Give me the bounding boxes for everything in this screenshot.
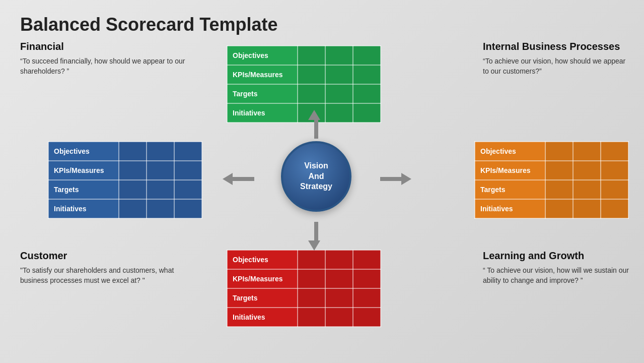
blue-objectives-cell1 xyxy=(119,142,147,161)
financial-quadrant-text: Financial “To succeed financially, how s… xyxy=(20,40,191,76)
internal-description: “To achieve our vision, how should we ap… xyxy=(483,56,629,76)
blue-targets-cell2 xyxy=(147,180,174,199)
green-objectives-cell2 xyxy=(325,46,353,65)
green-kpis-cell2 xyxy=(325,65,353,84)
blue-targets-label: Targets xyxy=(48,180,119,199)
learning-heading: Learning and Growth xyxy=(483,250,629,262)
customer-description: "To satisfy our shareholders and custome… xyxy=(20,266,191,285)
blue-initiatives-cell3 xyxy=(174,199,202,218)
orange-targets-cell2 xyxy=(573,180,601,199)
table-row: Initiatives xyxy=(48,199,202,218)
red-targets-cell1 xyxy=(298,288,325,308)
page-title: Balanced Scorecard Template xyxy=(0,0,644,40)
table-row: KPIs/Measures xyxy=(227,269,381,288)
green-objectives-cell1 xyxy=(298,46,325,65)
orange-kpis-label: KPIs/Measures xyxy=(475,161,545,180)
green-targets-label: Targets xyxy=(227,84,298,103)
table-row: Objectives xyxy=(475,142,628,161)
blue-objectives-label: Objectives xyxy=(48,142,119,161)
green-kpis-label: KPIs/Measures xyxy=(227,65,298,84)
red-initiatives-cell3 xyxy=(353,308,381,327)
orange-initiatives-cell2 xyxy=(573,199,601,218)
red-initiatives-cell1 xyxy=(298,308,325,327)
red-kpis-label: KPIs/Measures xyxy=(227,269,298,288)
green-initiatives-label: Initiatives xyxy=(227,103,298,123)
vision-circle: VisionAndStrategy xyxy=(281,141,351,212)
table-row: KPIs/Measures xyxy=(227,65,381,84)
red-objectives-label: Objectives xyxy=(227,250,298,269)
blue-objectives-cell2 xyxy=(147,142,174,161)
red-initiatives-label: Initiatives xyxy=(227,308,298,327)
red-kpis-cell1 xyxy=(298,269,325,288)
green-kpis-cell1 xyxy=(298,65,325,84)
orange-objectives-cell1 xyxy=(545,142,573,161)
red-table: Objectives KPIs/Measures Targets Initiat… xyxy=(227,250,381,327)
green-initiatives-cell3 xyxy=(353,103,381,123)
blue-kpis-cell2 xyxy=(147,161,174,180)
red-targets-cell3 xyxy=(353,288,381,308)
blue-table: Objectives KPIs/Measures Targets Initiat… xyxy=(48,141,202,219)
table-row: Initiatives xyxy=(227,308,381,327)
orange-kpis-cell3 xyxy=(601,161,628,180)
red-objectives-cell1 xyxy=(298,250,325,269)
orange-kpis-cell2 xyxy=(573,161,601,180)
arrow-up-shaft xyxy=(314,118,318,139)
arrow-down-head xyxy=(308,240,320,251)
table-row: Initiatives xyxy=(227,103,381,123)
orange-initiatives-cell1 xyxy=(545,199,573,218)
red-targets-label: Targets xyxy=(227,288,298,308)
red-objectives-cell3 xyxy=(353,250,381,269)
internal-quadrant-text: Internal Business Processes “To achieve … xyxy=(483,40,629,76)
red-targets-cell2 xyxy=(325,288,353,308)
orange-targets-cell3 xyxy=(601,180,628,199)
orange-initiatives-label: Initiatives xyxy=(475,199,545,218)
red-kpis-cell2 xyxy=(325,269,353,288)
main-content: Financial “To succeed financially, how s… xyxy=(0,40,644,363)
arrow-up-head xyxy=(308,110,320,120)
blue-kpis-cell1 xyxy=(119,161,147,180)
table-row: Targets xyxy=(227,288,381,308)
internal-heading: Internal Business Processes xyxy=(483,40,629,52)
orange-objectives-cell3 xyxy=(601,142,628,161)
arrow-right-head xyxy=(401,173,411,185)
table-row: Targets xyxy=(475,180,628,199)
table-row: Objectives xyxy=(48,142,202,161)
blue-targets-cell1 xyxy=(119,180,147,199)
vision-text: VisionAndStrategy xyxy=(300,161,332,192)
green-table: Objectives KPIs/Measures Targets Initiat… xyxy=(227,45,381,123)
orange-targets-label: Targets xyxy=(475,180,545,199)
orange-table: Objectives KPIs/Measures Targets Initiat… xyxy=(474,141,629,219)
green-initiatives-cell2 xyxy=(325,103,353,123)
financial-heading: Financial xyxy=(20,40,191,52)
blue-objectives-cell3 xyxy=(174,142,202,161)
table-row: KPIs/Measures xyxy=(475,161,628,180)
learning-description: “ To achieve our vision, how will we sus… xyxy=(483,266,629,285)
table-row: Initiatives xyxy=(475,199,628,218)
green-targets-cell1 xyxy=(298,84,325,103)
arrow-right-shaft xyxy=(380,177,403,181)
table-row: KPIs/Measures xyxy=(48,161,202,180)
blue-kpis-label: KPIs/Measures xyxy=(48,161,119,180)
red-kpis-cell3 xyxy=(353,269,381,288)
red-objectives-cell2 xyxy=(325,250,353,269)
learning-quadrant-text: Learning and Growth “ To achieve our vis… xyxy=(483,250,629,285)
customer-heading: Customer xyxy=(20,250,191,262)
orange-objectives-label: Objectives xyxy=(475,142,545,161)
red-initiatives-cell2 xyxy=(325,308,353,327)
orange-kpis-cell1 xyxy=(545,161,573,180)
green-objectives-cell3 xyxy=(353,46,381,65)
orange-objectives-cell2 xyxy=(573,142,601,161)
blue-initiatives-cell2 xyxy=(147,199,174,218)
table-row: Targets xyxy=(227,84,381,103)
table-row: Objectives xyxy=(227,46,381,65)
arrow-left-shaft xyxy=(232,177,254,181)
blue-initiatives-label: Initiatives xyxy=(48,199,119,218)
green-targets-cell2 xyxy=(325,84,353,103)
table-row: Targets xyxy=(48,180,202,199)
table-row: Objectives xyxy=(227,250,381,269)
arrow-down-shaft xyxy=(314,222,318,242)
green-targets-cell3 xyxy=(353,84,381,103)
blue-kpis-cell3 xyxy=(174,161,202,180)
green-objectives-label: Objectives xyxy=(227,46,298,65)
orange-initiatives-cell3 xyxy=(601,199,628,218)
